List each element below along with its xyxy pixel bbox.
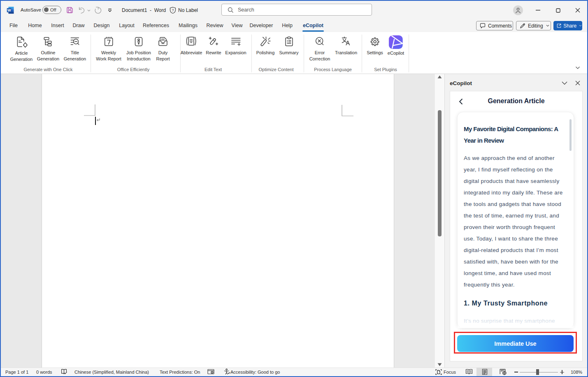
svg-text:?: ? [172,8,174,12]
svg-text:W: W [7,8,11,12]
